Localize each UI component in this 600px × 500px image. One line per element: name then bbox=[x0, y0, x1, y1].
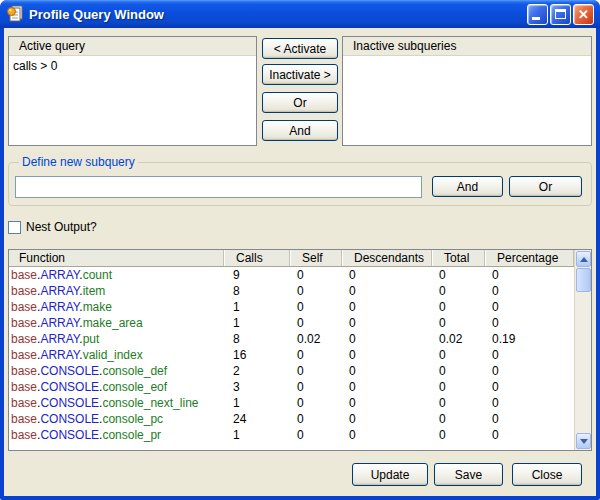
minimize-button[interactable] bbox=[527, 4, 548, 25]
descendants-cell: 0 bbox=[341, 395, 431, 411]
table-row[interactable]: base.ARRAY.make_area10000 bbox=[9, 315, 574, 331]
table-row[interactable]: base.ARRAY.item80000 bbox=[9, 283, 574, 299]
percentage-cell: 0 bbox=[484, 283, 574, 299]
active-query-header: Active query bbox=[9, 37, 256, 56]
scroll-up-button[interactable] bbox=[576, 251, 591, 267]
table-row[interactable]: base.ARRAY.valid_index160000 bbox=[9, 347, 574, 363]
col-descendants[interactable]: Descendants bbox=[341, 250, 431, 266]
descendants-cell: 0 bbox=[341, 315, 431, 331]
table-row[interactable]: base.CONSOLE.console_pr10000 bbox=[9, 427, 574, 443]
percentage-cell: 0 bbox=[484, 379, 574, 395]
scroll-down-button[interactable] bbox=[576, 433, 591, 449]
descendants-cell: 0 bbox=[341, 379, 431, 395]
function-cell: base.CONSOLE.console_pc bbox=[9, 411, 223, 427]
percentage-cell: 0 bbox=[484, 363, 574, 379]
calls-cell: 2 bbox=[223, 363, 289, 379]
calls-cell: 1 bbox=[223, 299, 289, 315]
table-row[interactable]: base.ARRAY.put80.0200.020.19 bbox=[9, 331, 574, 347]
define-subquery-legend: Define new subquery bbox=[19, 155, 138, 169]
calls-cell: 16 bbox=[223, 347, 289, 363]
table-row[interactable]: base.ARRAY.count90000 bbox=[9, 267, 574, 283]
arrow-up-icon bbox=[580, 257, 588, 262]
col-self[interactable]: Self bbox=[289, 250, 341, 266]
activate-button[interactable]: < Activate bbox=[262, 38, 338, 59]
calls-cell: 1 bbox=[223, 427, 289, 443]
percentage-cell: 0 bbox=[484, 347, 574, 363]
table-row[interactable]: base.CONSOLE.console_eof30000 bbox=[9, 379, 574, 395]
window-controls: ✕ bbox=[527, 4, 594, 25]
function-cell: base.ARRAY.make_area bbox=[9, 315, 223, 331]
table-row[interactable]: base.ARRAY.make10000 bbox=[9, 299, 574, 315]
total-cell: 0 bbox=[431, 379, 484, 395]
total-cell: 0 bbox=[431, 427, 484, 443]
table-row[interactable]: base.CONSOLE.console_next_line10000 bbox=[9, 395, 574, 411]
subquery-input[interactable] bbox=[15, 176, 422, 198]
descendants-cell: 0 bbox=[341, 363, 431, 379]
percentage-cell: 0.19 bbox=[484, 331, 574, 347]
titlebar[interactable]: Profile Query Window ✕ bbox=[0, 0, 600, 28]
total-cell: 0.02 bbox=[431, 331, 484, 347]
and-combine-button[interactable]: And bbox=[262, 120, 338, 141]
active-query-list[interactable]: Active query calls > 0 bbox=[8, 36, 257, 146]
total-cell: 0 bbox=[431, 267, 484, 283]
self-cell: 0 bbox=[289, 315, 341, 331]
close-dialog-button[interactable]: Close bbox=[512, 463, 582, 486]
new-and-button[interactable]: And bbox=[432, 176, 503, 197]
percentage-cell: 0 bbox=[484, 395, 574, 411]
inactive-subqueries-body[interactable] bbox=[343, 57, 591, 145]
self-cell: 0 bbox=[289, 379, 341, 395]
active-query-body[interactable]: calls > 0 bbox=[9, 57, 256, 145]
self-cell: 0 bbox=[289, 363, 341, 379]
self-cell: 0 bbox=[289, 267, 341, 283]
vertical-scrollbar[interactable] bbox=[574, 250, 591, 450]
total-cell: 0 bbox=[431, 363, 484, 379]
calls-cell: 1 bbox=[223, 395, 289, 411]
close-button[interactable]: ✕ bbox=[573, 4, 594, 25]
col-calls[interactable]: Calls bbox=[223, 250, 289, 266]
table-row[interactable]: base.CONSOLE.console_def20000 bbox=[9, 363, 574, 379]
table-body: base.ARRAY.count90000base.ARRAY.item8000… bbox=[9, 267, 574, 450]
inactivate-button[interactable]: Inactivate > bbox=[262, 64, 338, 85]
maximize-button[interactable] bbox=[550, 4, 571, 25]
profile-query-window: Profile Query Window ✕ Active query call… bbox=[0, 0, 600, 500]
total-cell: 0 bbox=[431, 283, 484, 299]
percentage-cell: 0 bbox=[484, 299, 574, 315]
self-cell: 0 bbox=[289, 283, 341, 299]
self-cell: 0 bbox=[289, 395, 341, 411]
scrollbar-thumb[interactable] bbox=[576, 268, 591, 292]
table-row[interactable]: base.CONSOLE.console_pc240000 bbox=[9, 411, 574, 427]
nest-output-label: Nest Output? bbox=[26, 220, 97, 234]
profile-results-table: Function Calls Self Descendants Total Pe… bbox=[8, 249, 592, 451]
table-header: Function Calls Self Descendants Total Pe… bbox=[9, 250, 574, 267]
window-icon bbox=[6, 5, 24, 23]
function-cell: base.ARRAY.count bbox=[9, 267, 223, 283]
col-total[interactable]: Total bbox=[431, 250, 484, 266]
calls-cell: 24 bbox=[223, 411, 289, 427]
new-or-button[interactable]: Or bbox=[509, 176, 582, 197]
descendants-cell: 0 bbox=[341, 411, 431, 427]
save-button[interactable]: Save bbox=[434, 463, 503, 486]
function-cell: base.ARRAY.item bbox=[9, 283, 223, 299]
total-cell: 0 bbox=[431, 299, 484, 315]
descendants-cell: 0 bbox=[341, 347, 431, 363]
self-cell: 0 bbox=[289, 427, 341, 443]
update-button[interactable]: Update bbox=[352, 463, 428, 486]
close-icon: ✕ bbox=[574, 7, 593, 22]
col-percentage[interactable]: Percentage bbox=[484, 250, 574, 266]
total-cell: 0 bbox=[431, 315, 484, 331]
or-combine-button[interactable]: Or bbox=[262, 92, 338, 113]
minimize-icon bbox=[532, 17, 540, 20]
active-query-item[interactable]: calls > 0 bbox=[9, 57, 256, 75]
self-cell: 0.02 bbox=[289, 331, 341, 347]
arrow-down-icon bbox=[580, 439, 588, 444]
inactive-subqueries-header: Inactive subqueries bbox=[343, 37, 591, 56]
self-cell: 0 bbox=[289, 299, 341, 315]
col-function[interactable]: Function bbox=[9, 250, 223, 266]
dialog-client-area: Active query calls > 0 < Activate Inacti… bbox=[4, 28, 596, 496]
function-cell: base.CONSOLE.console_pr bbox=[9, 427, 223, 443]
descendants-cell: 0 bbox=[341, 331, 431, 347]
maximize-icon bbox=[555, 9, 566, 19]
inactive-subqueries-list[interactable]: Inactive subqueries bbox=[342, 36, 592, 146]
percentage-cell: 0 bbox=[484, 267, 574, 283]
nest-output-checkbox[interactable] bbox=[8, 221, 21, 234]
